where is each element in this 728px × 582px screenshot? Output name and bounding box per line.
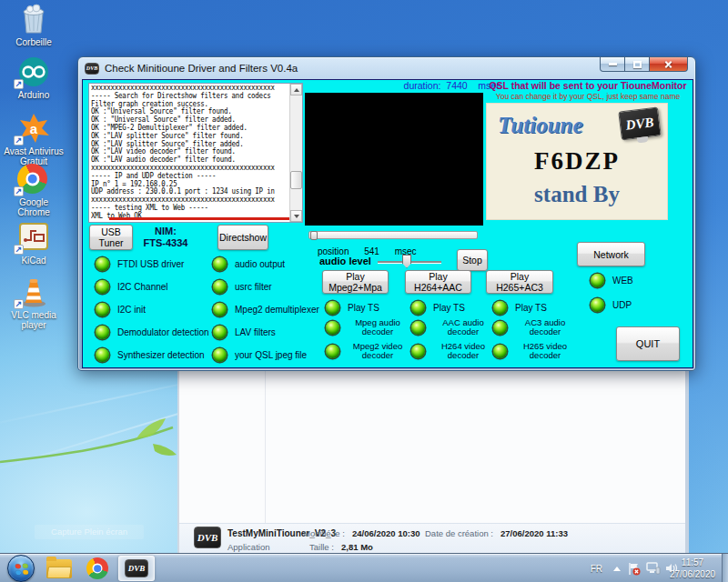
icon-label: Arduino bbox=[4, 90, 64, 100]
windows-logo-icon bbox=[15, 564, 29, 576]
desktop-icon-corbeille[interactable]: Corbeille bbox=[4, 4, 64, 47]
qsl-status: stand By bbox=[487, 182, 667, 207]
led-i2c-init: I2C init bbox=[96, 302, 146, 316]
size-label: Taille : bbox=[309, 542, 334, 552]
usb-tuner-button[interactable]: USB Tuner bbox=[89, 225, 133, 250]
app-window: DVB Check Minitioune Driver and Filters … bbox=[77, 56, 696, 371]
directshow-button[interactable]: Directshow bbox=[217, 225, 268, 250]
scroll-up-button[interactable] bbox=[290, 84, 302, 95]
led-icon bbox=[493, 301, 507, 315]
position-thumb[interactable] bbox=[310, 231, 318, 240]
scroll-down-button[interactable] bbox=[290, 210, 302, 222]
kicad-icon bbox=[17, 222, 50, 253]
window-title: Check Minitioune Driver and Filters V0.4… bbox=[105, 63, 298, 74]
folder-icon bbox=[46, 559, 72, 578]
chrome-icon bbox=[86, 557, 108, 579]
explorer-window[interactable]: DVB TestMyMiniTiouner_V2_3 Application M… bbox=[177, 369, 689, 553]
led-icon bbox=[326, 345, 339, 358]
led-aac-audio-decoder: AAC audio decoder bbox=[411, 320, 496, 335]
show-desktop-button[interactable] bbox=[722, 554, 728, 582]
qsl-callsign: F6DZP bbox=[487, 147, 667, 176]
led-web: WEB bbox=[591, 273, 633, 287]
network-tray-icon[interactable] bbox=[646, 554, 661, 582]
taskbar-chrome-button[interactable] bbox=[80, 556, 115, 581]
led-icon bbox=[326, 321, 339, 335]
led-icon bbox=[213, 280, 227, 294]
led-play-ts-2: Play TS bbox=[411, 300, 465, 315]
action-center-icon[interactable] bbox=[627, 554, 641, 582]
svg-text:a: a bbox=[30, 121, 38, 136]
scrollbar-thumb[interactable] bbox=[290, 171, 302, 189]
taskbar-explorer-button[interactable] bbox=[42, 556, 76, 581]
qsl-image: Tutioune DVB F6DZP stand By bbox=[487, 104, 667, 219]
led-icon bbox=[96, 257, 109, 271]
led-icon bbox=[96, 348, 109, 362]
tray-expand-button[interactable] bbox=[613, 554, 621, 582]
dvb-logo-icon: DVB bbox=[618, 106, 662, 140]
log-partial-line bbox=[109, 217, 291, 220]
chrome-icon bbox=[17, 164, 50, 195]
duration-value: 7440 bbox=[446, 80, 467, 91]
title-bar[interactable]: DVB Check Minitioune Driver and Filters … bbox=[78, 57, 695, 79]
led-icon bbox=[591, 298, 604, 312]
led-i2c-channel: I2C Channel bbox=[96, 279, 168, 294]
log-scrollbar[interactable] bbox=[289, 84, 302, 222]
audio-level-slider[interactable] bbox=[378, 255, 441, 269]
icon-label: Corbeille bbox=[4, 37, 64, 47]
play-h264-button[interactable]: Play H264+AAC bbox=[405, 270, 471, 294]
stop-button[interactable]: Stop bbox=[457, 249, 488, 271]
desktop-icon-vlc[interactable]: VLC media player bbox=[4, 276, 64, 330]
desktop-icon-avast[interactable]: a Avast Antivirus Gratuit bbox=[4, 113, 64, 166]
taskbar-clock[interactable]: 11:57 27/06/2020 bbox=[666, 557, 719, 580]
size-value: 2,81 Mo bbox=[341, 542, 373, 552]
led-icon bbox=[493, 345, 507, 358]
desktop-icon-kicad[interactable]: KiCad bbox=[4, 222, 64, 266]
qsl-subheader: You can change it by your QSL, just keep… bbox=[481, 92, 694, 101]
minimize-button[interactable] bbox=[600, 57, 625, 72]
led-ftdi-usb-driver: FTDI USB driver bbox=[96, 256, 184, 271]
shortcut-arrow-icon bbox=[14, 245, 24, 255]
taskbar: DVB FR bbox=[0, 553, 728, 582]
maximize-icon bbox=[633, 61, 642, 68]
taskbar-dvb-app-button[interactable]: DVB bbox=[118, 556, 155, 581]
arrow-down-icon bbox=[294, 215, 299, 218]
play-h265-button[interactable]: Play H265+AC3 bbox=[486, 270, 553, 294]
led-mpeg2-video-decoder: Mpeg2 video decoder bbox=[326, 344, 410, 358]
quit-button[interactable]: QUIT bbox=[616, 326, 680, 361]
start-button[interactable] bbox=[7, 555, 35, 582]
position-trackbar[interactable] bbox=[308, 231, 478, 239]
led-mpeg-audio-decoder: Mpeg audio decoder bbox=[326, 320, 410, 335]
led-icon bbox=[213, 326, 227, 339]
explorer-details-pane: DVB TestMyMiniTiouner_V2_3 Application M… bbox=[179, 523, 685, 553]
led-icon bbox=[411, 345, 425, 358]
clock-date: 27/06/2020 bbox=[666, 568, 719, 580]
language-indicator[interactable]: FR bbox=[591, 554, 602, 582]
explorer-pane-divider bbox=[265, 369, 266, 523]
log-textbox[interactable]: xxxxxxxxxxxxxxxxxxxxxxxxxxxxxxxxxxxxxxxx… bbox=[88, 83, 303, 223]
modified-value: 24/06/2020 10:30 bbox=[352, 528, 420, 538]
play-mpeg2-button[interactable]: Play Mpeg2+Mpa bbox=[322, 270, 389, 294]
desktop-icon-arduino[interactable]: Arduino bbox=[4, 56, 64, 100]
desktop-icon-chrome[interactable]: Google Chrome bbox=[4, 164, 64, 217]
avast-icon: a bbox=[17, 113, 50, 144]
slider-thumb[interactable] bbox=[402, 255, 411, 268]
qsl-brand-text: Tutioune bbox=[498, 113, 583, 138]
led-icon bbox=[493, 321, 507, 335]
flag-icon bbox=[627, 562, 641, 576]
led-icon bbox=[213, 257, 227, 271]
maximize-button[interactable] bbox=[625, 57, 650, 72]
network-icon bbox=[646, 562, 661, 575]
app-title-icon: DVB bbox=[85, 63, 99, 75]
led-demodulator-detection: Demodulator detection bbox=[96, 325, 209, 339]
icon-label: Google Chrome bbox=[4, 197, 64, 217]
audio-level-label: audio level bbox=[319, 256, 371, 266]
created-label: Date de création : bbox=[425, 528, 493, 538]
vlc-icon bbox=[17, 276, 50, 307]
led-icon bbox=[411, 301, 425, 315]
close-icon bbox=[663, 59, 673, 69]
led-lav-filters: LAV filters bbox=[213, 325, 276, 339]
qsl-header: QSL that will be sent to your TiouneMoni… bbox=[481, 80, 694, 91]
shortcut-arrow-icon bbox=[14, 135, 24, 146]
network-button[interactable]: Network bbox=[577, 242, 645, 266]
close-button[interactable] bbox=[650, 57, 688, 72]
